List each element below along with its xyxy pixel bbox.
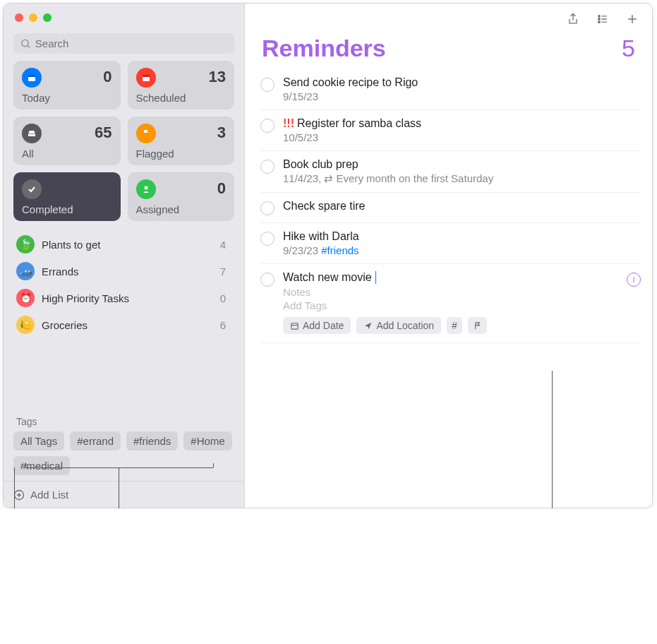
fullscreen-button[interactable] [43, 13, 52, 22]
priority-marker: !!! [283, 117, 294, 130]
list-name: Groceries [42, 319, 88, 331]
svg-rect-3 [28, 75, 35, 77]
smart-completed-label: Completed [22, 203, 112, 215]
completion-circle[interactable] [260, 273, 275, 287]
search-field[interactable] [13, 33, 234, 54]
list-item[interactable]: 🍃 Plants to get 4 [4, 231, 244, 258]
completion-circle[interactable] [260, 78, 275, 92]
list-count: 5 [622, 35, 635, 62]
list-icon: 🚙 [16, 262, 35, 280]
tag-pill[interactable]: #friends [126, 431, 178, 451]
main-panel: Reminders 5 Send cookie recipe to Rigo9/… [245, 4, 652, 508]
reminder-item[interactable]: Check spare tire [260, 193, 641, 223]
smart-all-label: All [22, 148, 112, 160]
sidebar: 0 Today 13 Scheduled 65 All 3 Flagged [4, 4, 245, 508]
search-icon [20, 38, 31, 49]
smart-scheduled[interactable]: 13 Scheduled [128, 61, 235, 109]
app-window: 0 Today 13 Scheduled 65 All 3 Flagged [3, 3, 653, 508]
list-name: Plants to get [42, 239, 100, 251]
smart-today-label: Today [22, 92, 112, 104]
toolbar [245, 4, 652, 30]
tag-pill[interactable]: #errand [70, 431, 121, 451]
list-count: 4 [220, 239, 230, 251]
search-input[interactable] [35, 37, 227, 49]
reminder-items: Send cookie recipe to Rigo9/15/23 !!! Re… [245, 69, 652, 343]
add-date-button[interactable]: Add Date [283, 317, 351, 334]
plus-circle-icon [13, 489, 25, 501]
tag-pill[interactable]: #medical [13, 456, 70, 475]
close-button[interactable] [15, 13, 23, 22]
tag-link[interactable]: #friends [321, 244, 358, 256]
add-flag-button[interactable] [468, 317, 487, 334]
svg-rect-19 [291, 323, 298, 328]
reminder-item[interactable]: !!! Register for samba class10/5/23 [260, 110, 641, 151]
tag-pill[interactable]: #Home [183, 431, 231, 451]
svg-rect-6 [28, 133, 35, 134]
item-title-editing[interactable]: Watch new movie [283, 271, 618, 284]
add-list-button[interactable]: Add List [4, 481, 244, 508]
smart-flagged[interactable]: 3 Flagged [128, 117, 235, 165]
item-title: Hike with Darla [283, 230, 641, 243]
item-subtitle: 9/15/23 [283, 90, 641, 102]
svg-point-11 [598, 16, 601, 18]
completion-circle[interactable] [260, 119, 275, 133]
item-subtitle: 10/5/23 [283, 131, 641, 143]
window-controls [4, 4, 244, 29]
calendar-icon [290, 321, 299, 330]
list-count: 6 [220, 319, 230, 331]
completion-circle[interactable] [260, 232, 275, 246]
add-list-label: Add List [30, 489, 68, 501]
list-icon: ⏰ [16, 289, 35, 307]
reminder-item[interactable]: Send cookie recipe to Rigo9/15/23 [260, 69, 641, 110]
list-name: High Priority Tasks [42, 292, 129, 304]
my-lists: 🍃 Plants to get 4🚙 Errands 7⏰ High Prior… [4, 228, 244, 409]
calendar-icon [136, 68, 156, 88]
smart-all-count: 65 [95, 124, 111, 142]
item-title: Book club prep [283, 158, 641, 171]
list-icon: 🍋 [16, 316, 35, 334]
info-button[interactable]: i [627, 273, 641, 287]
reminder-item-editing[interactable]: Watch new movie Notes Add Tags Add Date … [260, 264, 641, 343]
list-item[interactable]: 🍋 Groceries 6 [4, 311, 244, 338]
calendar-today-icon [22, 68, 42, 88]
item-subtitle: 9/23/23 #friends [283, 244, 641, 256]
smart-assigned[interactable]: 0 Assigned [128, 172, 235, 221]
add-tags-placeholder[interactable]: Add Tags [283, 299, 618, 311]
smart-today-count: 0 [103, 68, 111, 86]
add-location-button[interactable]: Add Location [356, 317, 441, 334]
smart-all[interactable]: 65 All [13, 117, 121, 165]
svg-rect-5 [143, 75, 150, 77]
list-name: Errands [42, 266, 79, 278]
location-icon [363, 321, 373, 330]
view-options-icon[interactable] [596, 12, 610, 26]
minimize-button[interactable] [29, 13, 37, 22]
smart-completed[interactable]: Completed [13, 172, 121, 221]
smart-scheduled-label: Scheduled [136, 92, 227, 104]
tags-header: Tags [4, 409, 244, 431]
svg-point-7 [144, 186, 147, 190]
person-icon [136, 179, 156, 199]
list-item[interactable]: 🚙 Errands 7 [4, 258, 244, 285]
add-item-icon[interactable] [625, 12, 639, 26]
completion-circle[interactable] [260, 201, 275, 215]
list-count: 0 [220, 292, 230, 304]
list-item[interactable]: ⏰ High Priority Tasks 0 [4, 285, 244, 311]
smart-scheduled-count: 13 [209, 68, 226, 86]
smart-flagged-label: Flagged [136, 148, 227, 160]
checkmark-icon [22, 179, 42, 199]
flag-icon [136, 124, 156, 143]
share-icon[interactable] [566, 12, 580, 26]
svg-point-13 [598, 18, 601, 20]
completion-circle[interactable] [260, 160, 275, 174]
notes-placeholder[interactable]: Notes [283, 286, 618, 298]
reminder-item[interactable]: Book club prep11/4/23, ⇄ Every month on … [260, 151, 641, 193]
reminder-item[interactable]: Hike with Darla9/23/23 #friends [260, 223, 641, 264]
svg-point-0 [22, 40, 28, 46]
add-tag-button[interactable]: # [447, 317, 462, 334]
flag-icon [473, 321, 482, 330]
tag-pill[interactable]: All Tags [13, 431, 64, 451]
hash-icon: # [452, 320, 457, 331]
smart-today[interactable]: 0 Today [13, 61, 121, 109]
list-icon: 🍃 [16, 235, 35, 254]
text-cursor [375, 271, 376, 284]
